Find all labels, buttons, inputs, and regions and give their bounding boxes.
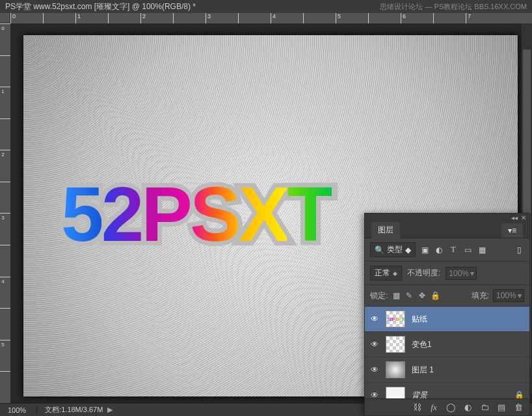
panel-close-icon[interactable]: ✕: [520, 215, 527, 221]
filter-type-label: 类型: [387, 244, 403, 255]
panel-menu-icon[interactable]: ▾≡: [501, 223, 523, 238]
filter-adjust-icon[interactable]: ◐: [434, 245, 444, 255]
layers-tab[interactable]: 图层: [371, 222, 400, 238]
panel-collapse-icon[interactable]: ◂◂: [511, 215, 518, 221]
layer-row[interactable]: 👁 图层 1: [365, 357, 529, 383]
zoom-level[interactable]: 100%: [0, 406, 37, 414]
group-icon[interactable]: 🗀: [480, 402, 489, 412]
ruler-origin[interactable]: [0, 13, 10, 23]
layer-list: 👁 52PSXT 贴纸 👁 变色1 👁 图层 1 👁 背景 🔒: [365, 307, 529, 408]
layer-name[interactable]: 变色1: [412, 339, 432, 350]
fx-icon[interactable]: fx: [429, 402, 438, 413]
opacity-label: 不透明度:: [407, 268, 440, 279]
layers-panel-footer: ⛓ fx ◯ ◐ 🗀 ▤ 🗑: [365, 398, 529, 415]
panel-header-controls: ◂◂ ✕: [365, 214, 529, 223]
layer-thumbnail[interactable]: [386, 336, 405, 353]
filter-shape-icon[interactable]: ▭: [462, 245, 473, 255]
lock-position-icon[interactable]: ✥: [418, 291, 427, 300]
link-layers-icon[interactable]: ⛓: [412, 402, 421, 412]
mask-icon[interactable]: ◯: [446, 402, 455, 412]
lock-row: 锁定: ▦ ✎ ✥ 🔒 填充: 100%▾: [365, 285, 529, 307]
opacity-input[interactable]: 100%▾: [446, 267, 477, 280]
blend-row: 正常 ◆ 不透明度: 100%▾: [365, 262, 529, 285]
document-info[interactable]: 文档:1.18M/3.67M ▶: [37, 405, 120, 415]
filter-smart-icon[interactable]: ▦: [477, 245, 487, 255]
filter-pixel-icon[interactable]: ▣: [419, 245, 430, 255]
lock-label: 锁定:: [370, 290, 388, 301]
new-layer-icon[interactable]: ▤: [497, 402, 506, 412]
layer-thumbnail[interactable]: 52PSXT: [386, 311, 405, 327]
layer-thumbnail[interactable]: [386, 361, 405, 378]
chevron-down-icon: ◆: [405, 245, 411, 255]
chevron-down-icon: ◆: [393, 270, 397, 277]
eye-icon[interactable]: 👁: [370, 340, 379, 349]
layer-row[interactable]: 👁 变色1: [365, 332, 529, 357]
layer-filter-row: 🔍 类型 ◆ ▣ ◐ T ▭ ▦ ▯: [365, 238, 529, 262]
lock-all-icon[interactable]: 🔒: [431, 291, 440, 300]
fill-input[interactable]: 100%▾: [493, 289, 524, 302]
layer-name[interactable]: 图层 1: [412, 365, 434, 376]
title-bar: PS学堂 www.52psxt.com [璀璨文字] @ 100%(RGB/8)…: [0, 0, 532, 13]
search-icon: 🔍: [375, 245, 384, 255]
eye-icon[interactable]: 👁: [370, 314, 379, 324]
document-title: PS学堂 www.52psxt.com [璀璨文字] @ 100%(RGB/8)…: [5, 1, 196, 12]
layers-panel[interactable]: ◂◂ ✕ 图层 ▾≡ 🔍 类型 ◆ ▣ ◐ T ▭ ▦ ▯ 正常 ◆ 不透明度:…: [364, 213, 530, 416]
layer-row[interactable]: 👁 52PSXT 贴纸: [365, 307, 529, 332]
trash-icon[interactable]: 🗑: [514, 402, 523, 412]
lock-transparency-icon[interactable]: ▦: [392, 291, 401, 300]
fill-label: 填充:: [472, 290, 489, 301]
filter-type-select[interactable]: 🔍 类型 ◆: [370, 242, 416, 257]
lock-image-icon[interactable]: ✎: [405, 291, 414, 300]
filter-type-icon[interactable]: T: [448, 245, 459, 255]
ruler-horizontal[interactable]: 0 1 2 3 4 5 6 7: [10, 13, 532, 23]
blend-mode-value: 正常: [375, 268, 390, 279]
chevron-right-icon: ▶: [107, 406, 113, 413]
adjustment-icon[interactable]: ◐: [463, 402, 472, 412]
eye-icon[interactable]: 👁: [370, 365, 379, 374]
blend-mode-select[interactable]: 正常 ◆: [370, 266, 402, 281]
layer-name[interactable]: 贴纸: [412, 314, 427, 325]
ruler-vertical[interactable]: 0 1 2 3 4 5: [0, 23, 10, 403]
panel-tab-row: 图层 ▾≡: [365, 223, 529, 238]
filter-toggle[interactable]: ▯: [514, 245, 524, 255]
watermark-text: 思绪设计论坛 — PS教程论坛 BBS.16XX.COM: [380, 2, 527, 12]
